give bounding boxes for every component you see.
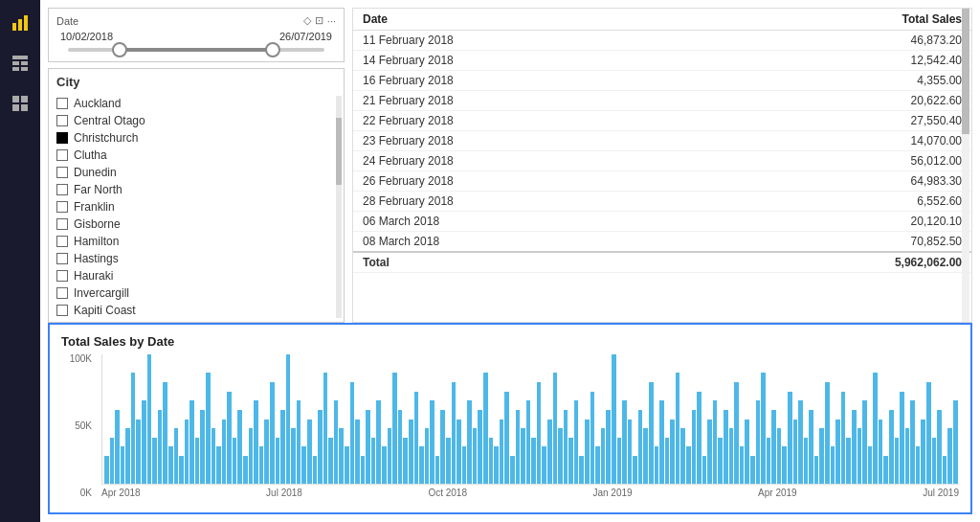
city-item[interactable]: Dunedin xyxy=(56,164,332,181)
city-item[interactable]: Clutha xyxy=(56,147,332,164)
chart-bar xyxy=(233,438,237,484)
chart-bar xyxy=(858,428,862,484)
chart-bar xyxy=(414,392,419,484)
city-checkbox[interactable] xyxy=(56,184,68,195)
chart-bar xyxy=(793,420,798,485)
table-scrollbar[interactable] xyxy=(962,9,969,322)
bar-chart-nav-icon[interactable] xyxy=(7,10,33,36)
date-reset-icon[interactable]: ◇ xyxy=(303,14,311,27)
city-item[interactable]: Kapiti Coast xyxy=(56,302,332,319)
date-more-icon[interactable]: ··· xyxy=(327,15,336,27)
chart-bar xyxy=(457,420,461,485)
chart-bar xyxy=(382,446,387,484)
city-item[interactable]: Gisborne xyxy=(56,216,332,233)
chart-bar xyxy=(152,438,157,484)
chart-bar xyxy=(680,428,685,484)
chart-bar xyxy=(361,456,366,484)
chart-bar xyxy=(328,438,333,484)
city-checkbox[interactable] xyxy=(56,253,68,264)
table-nav-icon[interactable] xyxy=(7,50,33,77)
chart-bar xyxy=(692,410,697,484)
city-name: Hamilton xyxy=(74,235,119,248)
city-list-scrollbar[interactable] xyxy=(336,96,342,318)
chart-bar xyxy=(452,382,457,484)
chart-bar xyxy=(879,420,883,485)
chart-bar xyxy=(814,456,819,484)
table-cell-date: 24 February 2018 xyxy=(353,151,700,171)
city-checkbox[interactable] xyxy=(56,167,68,178)
date-slider-thumb-left[interactable] xyxy=(112,42,127,57)
city-item[interactable]: Hastings xyxy=(56,250,332,267)
table-header-sales[interactable]: Total Sales xyxy=(700,9,971,31)
city-item[interactable]: Auckland xyxy=(56,95,332,112)
city-item[interactable]: Hamilton xyxy=(56,233,332,250)
date-slider-track[interactable] xyxy=(68,48,324,52)
city-checkbox[interactable] xyxy=(56,287,68,299)
chart-bar xyxy=(504,392,509,484)
city-item[interactable]: Franklin xyxy=(56,198,332,216)
city-checkbox[interactable] xyxy=(56,201,68,213)
chart-bar xyxy=(409,420,413,485)
chart-bar xyxy=(371,438,376,484)
chart-bar xyxy=(568,438,573,484)
city-item[interactable]: Hauraki xyxy=(56,267,332,284)
date-expand-icon[interactable]: ⊡ xyxy=(315,14,323,27)
city-checkbox[interactable] xyxy=(56,218,68,230)
total-label: Total xyxy=(353,252,700,273)
chart-bar xyxy=(291,428,296,484)
city-item[interactable]: Manukau xyxy=(56,319,332,323)
chart-bar xyxy=(212,428,216,484)
chart-bar xyxy=(750,456,755,484)
city-checkbox[interactable] xyxy=(56,98,68,109)
city-list-scrollbar-thumb xyxy=(336,118,342,185)
chart-bar xyxy=(771,410,776,484)
chart-bar xyxy=(798,400,803,484)
table-row: 08 March 201870,852.50 xyxy=(353,232,971,253)
chart-bar xyxy=(579,456,584,484)
chart-y-label: 0K xyxy=(80,488,92,498)
svg-rect-11 xyxy=(21,104,28,111)
date-slider-thumb-right[interactable] xyxy=(265,42,280,57)
table-row: 24 February 201856,012.00 xyxy=(353,151,971,171)
table-cell-sales: 14,070.00 xyxy=(700,131,971,151)
chart-bar xyxy=(612,354,616,484)
chart-bar xyxy=(910,400,915,484)
chart-bar xyxy=(318,410,323,484)
chart-bar xyxy=(740,446,745,484)
chart-bar xyxy=(473,428,478,484)
chart-bar xyxy=(756,400,761,484)
main-content: Date ◇ ⊡ ··· 10/02/2018 26/07/2019 xyxy=(40,0,980,522)
model-nav-icon[interactable] xyxy=(7,90,33,117)
city-name: Hauraki xyxy=(74,269,113,283)
table-row: 26 February 201864,983.30 xyxy=(353,171,971,192)
chart-bar xyxy=(900,392,904,484)
city-checkbox[interactable] xyxy=(56,305,68,316)
chart-bar xyxy=(174,428,179,484)
chart-bar xyxy=(483,373,488,484)
svg-rect-9 xyxy=(21,96,28,102)
chart-bar xyxy=(163,382,167,484)
chart-bar xyxy=(104,456,109,484)
chart-bar xyxy=(259,446,264,484)
city-name: Far North xyxy=(74,183,122,196)
city-name: Kapiti Coast xyxy=(74,304,136,317)
city-item[interactable]: Christchurch xyxy=(56,129,332,147)
chart-bar xyxy=(547,420,552,485)
table-cell-sales: 70,852.50 xyxy=(700,232,971,253)
city-checkbox[interactable] xyxy=(56,149,68,161)
chart-bar xyxy=(376,400,381,484)
chart-bar xyxy=(665,438,670,484)
city-item[interactable]: Far North xyxy=(56,181,332,198)
city-checkbox[interactable] xyxy=(56,115,68,126)
city-checkbox[interactable] xyxy=(56,270,68,282)
city-checkbox[interactable] xyxy=(56,322,68,323)
city-list-widget: City AucklandCentral OtagoChristchurchCl… xyxy=(48,68,345,323)
city-item[interactable]: Central Otago xyxy=(56,112,332,129)
svg-rect-2 xyxy=(24,15,28,31)
city-checkbox[interactable] xyxy=(56,236,68,247)
city-item[interactable]: Invercargill xyxy=(56,284,332,302)
table-header-date[interactable]: Date xyxy=(353,9,700,31)
chart-bar xyxy=(777,428,782,484)
city-checkbox[interactable] xyxy=(56,132,68,144)
total-sales: 5,962,062.00 xyxy=(700,252,971,273)
